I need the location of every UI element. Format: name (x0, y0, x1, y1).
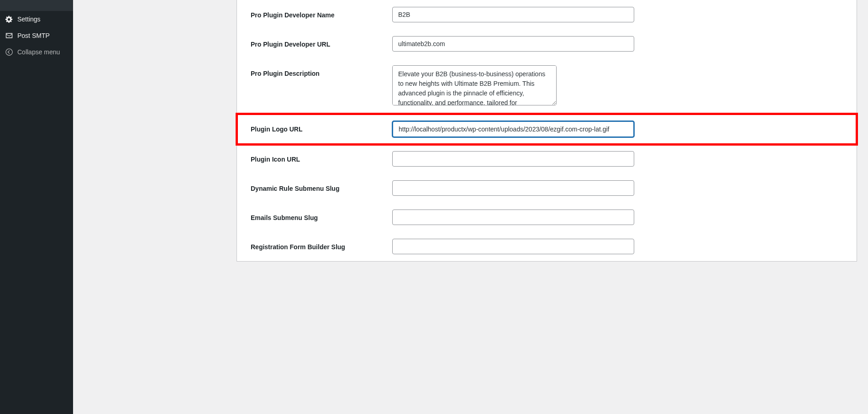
sidebar-collapse-menu[interactable]: Collapse menu (0, 44, 73, 60)
admin-sidebar: Settings Post SMTP Collapse menu (0, 0, 73, 414)
settings-icon (5, 15, 14, 24)
label-rule-slug: Dynamic Rule Submenu Slug (251, 180, 392, 192)
field-logo-url (392, 121, 843, 137)
textarea-description[interactable] (392, 65, 557, 105)
label-emails-slug: Emails Submenu Slug (251, 210, 392, 221)
field-rule-slug (392, 180, 843, 196)
sidebar-item-post-smtp[interactable]: Post SMTP (0, 27, 73, 44)
row-dev-name: Pro Plugin Developer Name (237, 0, 857, 29)
field-reg-form-slug (392, 239, 843, 254)
row-dev-url: Pro Plugin Developer URL (237, 29, 857, 58)
input-icon-url[interactable] (392, 151, 634, 167)
settings-form: Pro Plugin Developer Name Pro Plugin Dev… (237, 0, 857, 262)
field-icon-url (392, 151, 843, 167)
mail-icon (5, 31, 14, 40)
row-rule-slug: Dynamic Rule Submenu Slug (237, 173, 857, 203)
input-dev-url[interactable] (392, 36, 634, 52)
row-emails-slug: Emails Submenu Slug (237, 203, 857, 232)
sidebar-item-label: Settings (17, 16, 41, 23)
input-rule-slug[interactable] (392, 180, 634, 196)
label-icon-url: Plugin Icon URL (251, 151, 392, 163)
main-panel: Pro Plugin Developer Name Pro Plugin Dev… (110, 0, 868, 414)
input-emails-slug[interactable] (392, 210, 634, 225)
label-logo-url: Plugin Logo URL (251, 121, 392, 133)
input-dev-name[interactable] (392, 7, 634, 22)
input-reg-form-slug[interactable] (392, 239, 634, 254)
generic-icon (5, 0, 14, 9)
field-dev-name (392, 7, 843, 22)
label-description: Pro Plugin Description (251, 65, 392, 77)
row-logo-url: Plugin Logo URL (237, 114, 857, 144)
row-icon-url: Plugin Icon URL (237, 144, 857, 173)
sidebar-item-label: Collapse menu (17, 48, 60, 56)
label-reg-form-slug: Registration Form Builder Slug (251, 239, 392, 251)
field-description (392, 65, 843, 107)
sidebar-item-label: Post SMTP (17, 32, 50, 39)
row-description: Pro Plugin Description (237, 58, 857, 114)
field-dev-url (392, 36, 843, 52)
row-reg-form-slug: Registration Form Builder Slug (237, 232, 857, 261)
content-gap (73, 0, 110, 414)
sidebar-item-top[interactable] (0, 0, 73, 11)
input-logo-url[interactable] (392, 121, 634, 137)
sidebar-item-settings[interactable]: Settings (0, 11, 73, 27)
field-emails-slug (392, 210, 843, 225)
content-area: Pro Plugin Developer Name Pro Plugin Dev… (73, 0, 868, 414)
label-dev-name: Pro Plugin Developer Name (251, 7, 392, 19)
svg-point-0 (6, 49, 12, 55)
label-dev-url: Pro Plugin Developer URL (251, 36, 392, 48)
collapse-icon (5, 47, 14, 57)
